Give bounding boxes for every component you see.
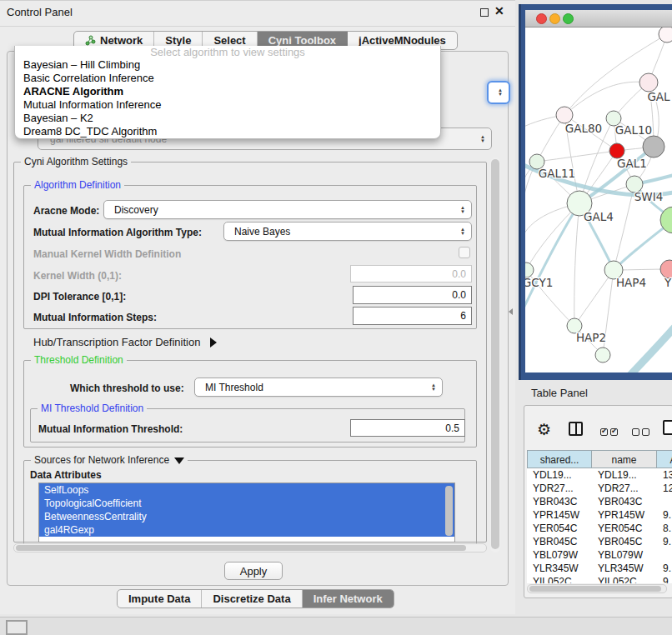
network-node[interactable] xyxy=(595,348,610,362)
table-hscroll-thumb[interactable] xyxy=(529,586,661,592)
table-cell: YBL079W xyxy=(592,548,657,562)
mi-threshold-input[interactable] xyxy=(350,419,465,437)
attribute-item-betweennesscentrality[interactable]: BetweennessCentrality xyxy=(39,510,454,523)
network-node-label: GCY1 xyxy=(525,276,553,289)
network-node-label: GAL4 xyxy=(584,210,614,223)
dropdown-item-bayesian-hill-climbing[interactable]: Bayesian – Hill Climbing xyxy=(15,58,440,72)
network-node-gal80[interactable] xyxy=(556,107,573,123)
network-node[interactable] xyxy=(643,136,664,158)
stepper-arrows-icon: ▲▼ xyxy=(480,135,485,143)
sources-expanded-icon[interactable] xyxy=(174,458,184,464)
table-cell: 9. xyxy=(657,562,672,575)
network-node-label: SWI4 xyxy=(634,190,664,203)
splitter-collapse-icon[interactable] xyxy=(509,308,513,315)
minimized-panel-icon[interactable] xyxy=(6,620,28,635)
inference-algorithm-combo-end[interactable]: ▲▼ xyxy=(487,81,510,104)
mi-type-select[interactable]: Naive Bayes ▲▼ xyxy=(223,222,472,241)
gear-icon[interactable]: ⚙ xyxy=(537,420,551,439)
table-row[interactable]: YDR27...YDR27...12 xyxy=(527,482,672,495)
mi-steps-input[interactable] xyxy=(353,307,472,325)
which-threshold-select[interactable]: MI Threshold ▲▼ xyxy=(194,378,443,397)
mi-threshold-definition-title: MI Threshold Definition xyxy=(38,402,147,414)
dropdown-item-aracne-algorithm[interactable]: ARACNE Algorithm xyxy=(15,85,440,98)
network-edge xyxy=(619,321,672,372)
bottom-strip xyxy=(0,617,672,635)
algorithm-definition-title: Algorithm Definition xyxy=(31,179,124,191)
hub-section-label: Hub/Transcription Factor Definition xyxy=(33,336,200,348)
tab-label: Impute Data xyxy=(128,592,190,605)
dpi-tolerance-input[interactable] xyxy=(353,286,472,304)
network-node-label: Y xyxy=(664,276,672,289)
stepper-arrows-icon: ▲▼ xyxy=(431,383,436,392)
table-body: YDL19...YDL19...13YDR27...YDR27...12YBR0… xyxy=(527,468,672,583)
table-row[interactable]: YIL052CYIL052C9 xyxy=(527,575,672,583)
column-header-a[interactable]: A xyxy=(657,450,672,468)
settings-hscroll-thumb[interactable] xyxy=(16,545,466,551)
deselect-all-checkboxes-icon[interactable] xyxy=(632,424,652,439)
new-table-icon[interactable] xyxy=(663,420,672,435)
table-cell: YBR043C xyxy=(527,495,592,508)
close-icon[interactable]: ✕ xyxy=(494,4,504,18)
attributes-list-scrollbar-thumb[interactable] xyxy=(445,486,453,536)
table-header-row: shared...nameA xyxy=(527,450,672,468)
table-cell: 13 xyxy=(657,468,672,482)
attribute-item-topologicalcoefficient[interactable]: TopologicalCoefficient xyxy=(39,497,454,510)
zoom-traffic-light-icon[interactable] xyxy=(563,13,574,24)
aracne-mode-label: Aracne Mode: xyxy=(33,205,99,217)
network-node-label: GAL xyxy=(647,90,670,103)
network-node[interactable] xyxy=(659,28,672,42)
node-table: shared...nameA YDL19...YDL19...13YDR27..… xyxy=(527,450,672,583)
network-node-gal[interactable] xyxy=(639,73,658,92)
tab-discretize-data[interactable]: Discretize Data xyxy=(202,590,302,608)
table-row[interactable]: YDL19...YDL19...13 xyxy=(527,468,672,482)
dropdown-item-mutual-information-inference[interactable]: Mutual Information Inference xyxy=(15,98,440,112)
table-cell: YDL19... xyxy=(527,468,592,482)
table-row[interactable]: YER054CYER054C8. xyxy=(527,522,672,535)
table-row[interactable]: YBR043CYBR043C xyxy=(527,495,672,508)
hub-collapsed-icon xyxy=(210,338,217,348)
which-threshold-value: MI Threshold xyxy=(205,382,263,393)
network-edge xyxy=(564,82,649,115)
kernel-width-input[interactable] xyxy=(350,265,472,282)
table-cell: 8. xyxy=(657,522,672,535)
panel-title: Control Panel xyxy=(7,6,73,18)
aracne-mode-select[interactable]: Discovery ▲▼ xyxy=(103,200,472,219)
columns-icon[interactable] xyxy=(569,422,583,436)
sources-title-text: Sources for Network Inference xyxy=(34,454,169,466)
select-all-checkboxes-icon[interactable] xyxy=(600,424,620,439)
tab-impute-data[interactable]: Impute Data xyxy=(118,590,202,608)
data-attributes-list[interactable]: SelfLoopsTopologicalCoefficientBetweenne… xyxy=(38,482,455,542)
table-row[interactable]: YLR345WYLR345W9. xyxy=(527,562,672,575)
network-canvas[interactable]: GALGAL80GAL10GAL1GAL11SWI4GAL4GCY1HAP4YH… xyxy=(525,28,672,372)
network-node-label: GAL80 xyxy=(565,122,602,135)
table-horizontal-scrollbar xyxy=(527,584,667,593)
table-row[interactable]: YBR045CYBR045C9. xyxy=(527,535,672,548)
dropdown-item-bayesian-k2[interactable]: Bayesian – K2 xyxy=(15,112,440,125)
mi-threshold-label: Mutual Information Threshold: xyxy=(38,423,183,435)
network-node-label: HAP4 xyxy=(616,276,646,289)
screen: Control Panel ✕ NetworkStyleSelectCyni T… xyxy=(0,0,672,635)
dpi-tolerance-label: DPI Tolerance [0,1]: xyxy=(33,291,126,302)
apply-button[interactable]: Apply xyxy=(224,562,283,580)
table-cell: YLR345W xyxy=(592,562,657,575)
attribute-item-gal4rgexp[interactable]: gal4RGexp xyxy=(39,523,454,537)
dropdown-item-basic-correlation-inference[interactable]: Basic Correlation Inference xyxy=(15,72,440,85)
attribute-item-selfloops[interactable]: SelfLoops xyxy=(39,483,454,497)
which-threshold-label: Which threshold to use: xyxy=(70,382,184,394)
table-cell: YIL052C xyxy=(527,575,592,583)
manual-kernel-checkbox[interactable] xyxy=(459,247,470,258)
settings-vscroll-thumb[interactable] xyxy=(491,159,499,549)
table-row[interactable]: YBL079WYBL079W xyxy=(527,548,672,562)
float-window-icon[interactable] xyxy=(480,8,489,17)
close-traffic-light-icon[interactable] xyxy=(536,13,547,24)
column-header-shared[interactable]: shared... xyxy=(527,450,592,468)
table-cell: 9 xyxy=(657,575,672,583)
cyni-bottom-tabbar: Impute DataDiscretize DataInfer Network xyxy=(117,589,394,608)
hub-section-toggle[interactable]: Hub/Transcription Factor Definition xyxy=(33,336,217,348)
minimize-traffic-light-icon[interactable] xyxy=(549,13,560,24)
dropdown-item-dream8-dc-tdc-algorithm[interactable]: Dream8 DC_TDC Algorithm xyxy=(15,125,440,138)
table-cell: 12 xyxy=(657,482,672,495)
table-row[interactable]: YPR145WYPR145W9. xyxy=(527,508,672,522)
column-header-name[interactable]: name xyxy=(592,450,657,468)
tab-infer-network[interactable]: Infer Network xyxy=(303,590,394,608)
